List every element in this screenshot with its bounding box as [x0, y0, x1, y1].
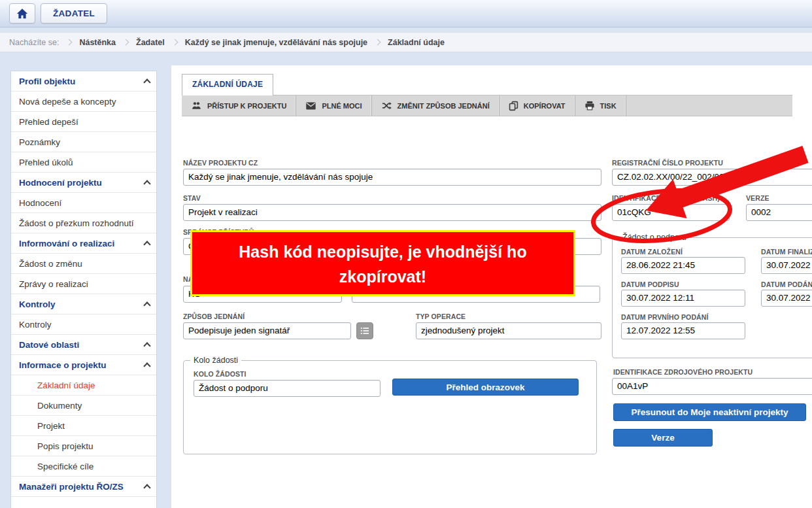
datum-finalizace-label: DATUM FINALIZACE — [761, 248, 812, 256]
envelope-icon — [305, 101, 316, 110]
sidebar-item-popis-projektu[interactable]: Popis projektu — [11, 436, 156, 456]
sidebar-item-label: Dokumenty — [37, 401, 82, 411]
sidebar-section-manazeri-projektu[interactable]: Manažeři projektu ŘO/ZS — [11, 477, 156, 497]
chevron-up-icon — [143, 78, 150, 86]
chevron-up-icon — [143, 342, 150, 349]
sidebar-item-label: Přehled depeší — [19, 117, 78, 127]
sidebar-item-label: Specifické cíle — [37, 462, 93, 471]
breadcrumb-item-nastenka[interactable]: Nástěnka — [79, 38, 116, 47]
tab-zakladni-udaje[interactable]: ZÁKLADNÍ ÚDAJE — [182, 74, 273, 95]
sidebar-section-kontroly[interactable]: Kontroly — [11, 294, 156, 314]
nazev-projektu-cz-label: NÁZEV PROJEKTU CZ — [183, 159, 258, 167]
chevron-up-icon — [143, 241, 150, 248]
toolbar-button-label: TISK — [600, 102, 617, 110]
home-button[interactable] — [9, 3, 35, 24]
sidebar-item-prehled-ukolu[interactable]: Přehled úkolů — [11, 152, 156, 173]
breadcrumb-item-zadatel[interactable]: Žadatel — [136, 38, 165, 47]
stav-label: STAV — [183, 194, 201, 202]
sidebar-item-zadost-o-zmenu[interactable]: Žádost o změnu — [11, 254, 156, 274]
sidebar-section-label: Profil objektu — [19, 76, 75, 86]
presunout-do-neaktivnich-button[interactable]: Přesunout do Moje neaktivní projekty — [613, 403, 806, 421]
sidebar-section-hodnoceni-projektu[interactable]: Hodnocení projektu — [11, 173, 156, 193]
datum-prvniho-podani-label: DATUM PRVNÍHO PODÁNÍ — [621, 313, 708, 321]
datum-podpisu-label: DATUM PODPISU — [621, 280, 679, 288]
chevron-separator-icon — [66, 39, 73, 46]
sidebar-section-label: Hodnocení projektu — [19, 178, 102, 188]
zmenit-zpusob-jednani-button[interactable]: ZMĚNIT ZPŮSOB JEDNÁNÍ — [372, 95, 499, 116]
zpusob-jednani-select-button[interactable] — [356, 322, 373, 339]
breadcrumb-prefix: Nacházíte se: — [9, 38, 59, 47]
identifikace-zdrojoveho-projektu-field[interactable]: 00A1vP — [612, 378, 812, 395]
sidebar-item-zakladni-udaje[interactable]: Základní údaje — [11, 375, 156, 396]
toolbar-button-label: PŘÍSTUP K PROJEKTU — [207, 102, 286, 110]
plne-moci-button[interactable]: PLNÉ MOCI — [296, 95, 371, 116]
kopirovat-button[interactable]: KOPÍROVAT — [499, 95, 575, 116]
sidebar-section-label: Informování o realizaci — [19, 239, 114, 248]
top-bar: ŽADATEL — [0, 0, 812, 27]
sidebar-item-poznamky[interactable]: Poznámky — [11, 132, 156, 152]
sidebar-section-profil-objektu[interactable]: Profil objektu — [11, 71, 156, 92]
sidebar-section-label: Kontroly — [19, 299, 56, 309]
sidebar-item-label: Kontroly — [19, 320, 52, 330]
sidebar-item-label: Projekt — [37, 421, 65, 431]
sidebar-section-datove-oblasti[interactable]: Datové oblasti — [11, 335, 156, 355]
stav-field[interactable]: Projekt v realizaci — [183, 204, 601, 221]
pristup-k-projektu-button[interactable]: PŘÍSTUP K PROJEKTU — [182, 95, 296, 116]
datum-podani-aktualni-field[interactable]: 30.07.2022 12:11 — [761, 290, 812, 307]
sidebar-item-label: Popis projektu — [37, 441, 93, 451]
toolbar-button-label: PLNÉ MOCI — [322, 102, 362, 110]
chevron-separator-icon — [171, 39, 178, 46]
sidebar-section-label: Datové oblasti — [19, 340, 79, 350]
tisk-button[interactable]: TISK — [575, 95, 626, 116]
sidebar: Profil objektu Nová depeše a koncepty Př… — [10, 71, 157, 508]
sidebar-item-label: Přehled úkolů — [19, 158, 73, 167]
typ-operace-field[interactable]: zjednodušený projekt — [416, 322, 601, 339]
sidebar-item-specificke-cile[interactable]: Specifické cíle — [11, 456, 156, 477]
sidebar-item-label: Hodnocení — [19, 198, 61, 208]
sidebar-item-projekt[interactable]: Projekt — [11, 416, 156, 436]
datum-zalozeni-label: DATUM ZALOŽENÍ — [621, 248, 683, 256]
sidebar-item-hodnoceni[interactable]: Hodnocení — [11, 193, 156, 213]
sidebar-item-zpravy-o-realizaci[interactable]: Zprávy o realizaci — [11, 274, 156, 294]
sidebar-section-label: Manažeři projektu ŘO/ZS — [19, 482, 124, 492]
zadatel-button[interactable]: ŽADATEL — [41, 3, 107, 24]
sidebar-item-label: Zprávy o realizaci — [19, 279, 88, 289]
chevron-separator-icon — [375, 39, 381, 46]
zadatel-button-label: ŽADATEL — [53, 8, 95, 18]
sidebar-section-informovani-o-realizaci[interactable]: Informování o realizaci — [11, 233, 156, 254]
application-window: ŽADATEL Nacházíte se: Nástěnka Žadatel K… — [0, 0, 812, 508]
sidebar-section-label: Informace o projektu — [19, 360, 107, 370]
verze-label: VERZE — [746, 194, 770, 202]
identifikace-zdrojoveho-projektu-label: IDENTIFIKACE ZDROJOVÉHO PROJEKTU — [613, 368, 753, 376]
toolbar-button-label: KOPÍROVAT — [524, 102, 566, 110]
registracni-cislo-field[interactable]: CZ.02.02.XX/00/22_002/0001 — [612, 169, 812, 186]
datum-prvniho-podani-field[interactable]: 12.07.2022 12:55 — [621, 322, 745, 339]
datum-zalozeni-field[interactable]: 28.06.2022 21:45 — [621, 257, 745, 274]
sidebar-item-dokumenty[interactable]: Dokumenty — [11, 396, 156, 416]
zpusob-jednani-field[interactable]: Podepisuje jeden signatář — [183, 322, 351, 339]
chevron-separator-icon — [123, 39, 129, 46]
verze-button[interactable]: Verze — [613, 429, 713, 447]
list-icon — [360, 327, 369, 335]
breadcrumb-item-projekt[interactable]: Každý se jinak jmenuje, vzdělávání nás s… — [185, 38, 367, 47]
sidebar-item-prehled-depesi[interactable]: Přehled depeší — [11, 112, 156, 132]
nazev-projektu-cz-field[interactable]: Každý se jinak jmenuje, vzdělávání nás s… — [183, 169, 601, 186]
prehled-obrazovek-button[interactable]: Přehled obrazovek — [392, 379, 579, 396]
datum-podpisu-field[interactable]: 30.07.2022 12:11 — [621, 290, 745, 307]
sidebar-item-label: Základní údaje — [37, 381, 95, 390]
sidebar-item-kontroly[interactable]: Kontroly — [11, 314, 156, 335]
hash-field[interactable]: 01cQKG — [612, 204, 730, 221]
people-icon — [191, 101, 202, 110]
toolbar-button-label: ZMĚNIT ZPŮSOB JEDNÁNÍ — [398, 102, 490, 110]
verze-field[interactable]: 0002 — [746, 204, 812, 221]
sidebar-item-label: Žádost o přezkum rozhodnutí — [19, 218, 134, 228]
sidebar-item-nova-depese[interactable]: Nová depeše a koncepty — [11, 92, 156, 112]
home-icon — [16, 8, 29, 20]
chevron-up-icon — [143, 180, 150, 187]
sidebar-section-informace-o-projektu[interactable]: Informace o projektu — [11, 355, 156, 375]
hash-label: IDENTIFIKACE ŽÁDOSTI (HASH) — [612, 194, 720, 202]
kolo-zadosti-field[interactable]: Žádost o podporu — [194, 380, 381, 397]
sidebar-item-zadost-o-prezkum[interactable]: Žádost o přezkum rozhodnutí — [11, 213, 156, 233]
copy-icon — [509, 101, 518, 111]
datum-finalizace-field[interactable]: 30.07.2022 12:10 — [761, 257, 812, 274]
